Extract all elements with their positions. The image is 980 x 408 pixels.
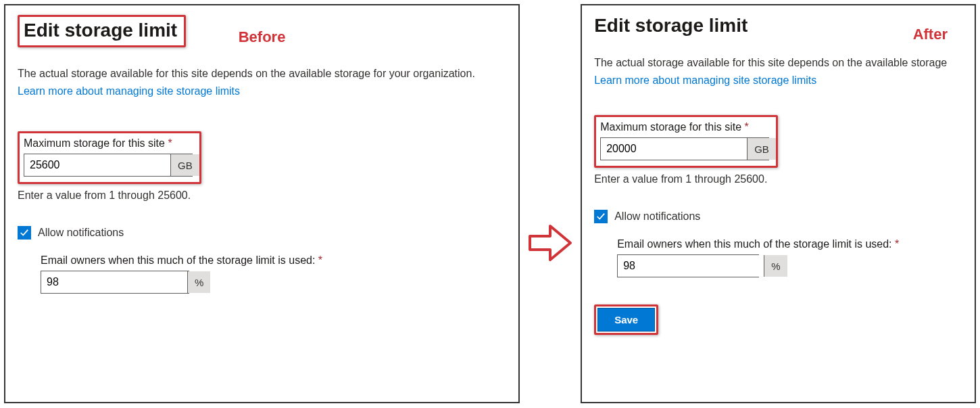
title-highlight: Edit storage limit <box>18 15 186 47</box>
after-panel: After Edit storage limit The actual stor… <box>581 4 976 403</box>
max-storage-highlight: Maximum storage for this site * GB <box>594 115 778 168</box>
email-threshold-group: Email owners when this much of the stora… <box>41 254 506 294</box>
page-title: Edit storage limit <box>24 20 177 41</box>
email-threshold-input-wrap: % <box>41 271 189 294</box>
allow-notifications-row: Allow notifications <box>18 226 506 240</box>
unit-gb: GB <box>170 154 199 176</box>
before-panel: Before Edit storage limit The actual sto… <box>4 4 520 403</box>
arrow-icon <box>526 219 574 269</box>
checkmark-icon <box>596 212 606 221</box>
max-storage-input[interactable] <box>24 154 170 176</box>
allow-notifications-label: Allow notifications <box>38 227 124 239</box>
allow-notifications-checkbox[interactable] <box>18 226 31 240</box>
email-threshold-group: Email owners when this much of the stora… <box>617 238 962 277</box>
before-badge: Before <box>239 28 286 46</box>
learn-more-link[interactable]: Learn more about managing site storage l… <box>594 74 816 87</box>
allow-notifications-label: Allow notifications <box>614 210 700 223</box>
checkmark-icon <box>20 228 29 237</box>
max-storage-input[interactable] <box>601 138 747 160</box>
after-badge: After <box>913 26 948 43</box>
page-title: Edit storage limit <box>594 15 748 37</box>
max-storage-label: Maximum storage for this site * <box>600 121 769 133</box>
allow-notifications-row: Allow notifications <box>594 210 962 223</box>
learn-more-link[interactable]: Learn more about managing site storage l… <box>18 85 240 97</box>
email-threshold-label: Email owners when this much of the stora… <box>41 254 506 267</box>
save-highlight: Save <box>594 304 658 335</box>
max-storage-highlight: Maximum storage for this site * GB <box>18 131 201 184</box>
max-storage-hint: Enter a value from 1 through 25600. <box>594 173 962 185</box>
max-storage-label: Maximum storage for this site * <box>24 137 193 150</box>
email-threshold-input-wrap: % <box>617 254 759 277</box>
unit-gb: GB <box>747 138 776 160</box>
email-threshold-input[interactable] <box>41 271 187 293</box>
max-storage-hint: Enter a value from 1 through 25600. <box>18 189 506 202</box>
email-threshold-input[interactable] <box>618 255 764 277</box>
unit-percent: % <box>187 271 210 293</box>
description-text: The actual storage available for this si… <box>18 66 506 81</box>
description-text: The actual storage available for this si… <box>594 55 962 70</box>
email-threshold-label: Email owners when this much of the stora… <box>617 238 962 250</box>
max-storage-input-wrap: GB <box>24 154 193 177</box>
allow-notifications-checkbox[interactable] <box>594 210 608 223</box>
max-storage-input-wrap: GB <box>600 137 769 160</box>
save-button[interactable]: Save <box>597 308 655 332</box>
unit-percent: % <box>764 255 787 277</box>
